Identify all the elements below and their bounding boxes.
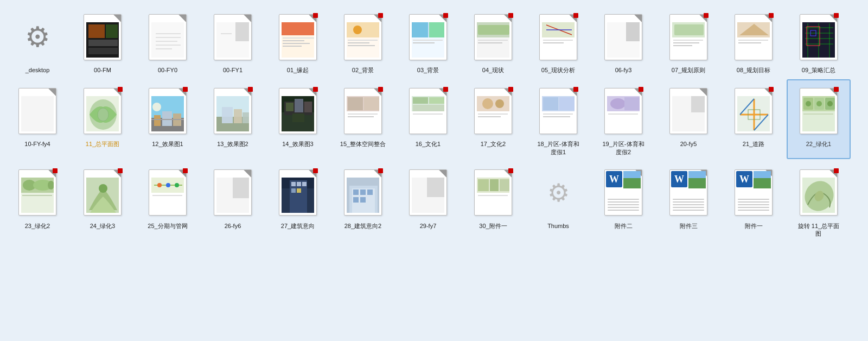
svg-rect-152 <box>233 178 249 198</box>
file-label: 旋转 11_总平面图 <box>798 222 839 238</box>
svg-rect-80 <box>234 109 242 123</box>
svg-rect-44 <box>626 22 640 41</box>
svg-rect-105 <box>478 113 508 115</box>
svg-rect-18 <box>283 43 310 44</box>
svg-rect-97 <box>413 97 428 104</box>
file-item[interactable]: 28_建筑意向2 <box>331 161 395 241</box>
file-item[interactable]: 14_效果图3 <box>266 79 330 159</box>
file-icon <box>599 10 648 64</box>
file-item[interactable]: 29-fy7 <box>396 161 460 241</box>
file-label: _desktop <box>25 66 50 74</box>
svg-rect-159 <box>291 188 296 193</box>
file-item[interactable]: 21_道路 <box>722 79 786 159</box>
svg-rect-9 <box>156 45 181 46</box>
file-label: 26-fy6 <box>225 222 241 230</box>
svg-rect-5 <box>151 22 184 58</box>
svg-rect-34 <box>478 25 509 35</box>
file-label: 02_背景 <box>352 66 374 74</box>
file-item[interactable]: 08_规划目标 <box>722 5 786 77</box>
file-item[interactable]: ⚙Thumbs <box>526 161 590 241</box>
svg-rect-29 <box>412 22 444 37</box>
svg-point-133 <box>827 101 833 106</box>
file-item[interactable]: W附件一 <box>722 161 786 241</box>
file-item[interactable]: 13_效果图2 <box>201 79 265 159</box>
file-label: 04_现状 <box>482 66 504 74</box>
file-label: 附件二 <box>615 222 633 230</box>
file-item[interactable]: 05_现状分析 <box>526 5 590 77</box>
file-item[interactable]: 22_绿化1 <box>787 79 851 159</box>
svg-rect-6 <box>156 33 181 34</box>
file-label: 10-FY-fy4 <box>24 140 50 148</box>
svg-rect-54 <box>738 40 768 41</box>
file-label: 21_道路 <box>743 140 764 148</box>
svg-rect-165 <box>360 190 366 195</box>
svg-rect-55 <box>738 42 761 43</box>
file-item[interactable]: 07_规划原则 <box>656 5 720 77</box>
file-item[interactable]: 26-fy6 <box>201 161 265 241</box>
svg-rect-1 <box>88 24 105 38</box>
file-item[interactable]: 09_策略汇总 <box>787 5 851 77</box>
file-item[interactable]: 27_建筑意向 <box>266 161 330 241</box>
file-icon: ⚙ <box>13 10 62 64</box>
file-label: 12_效果图1 <box>152 140 183 148</box>
file-item[interactable]: 24_绿化3 <box>71 161 135 241</box>
file-item[interactable]: ⚙_desktop <box>5 5 69 77</box>
file-item[interactable]: 00-FY1 <box>201 5 265 77</box>
file-item[interactable]: 20-fy5 <box>656 79 720 159</box>
file-item[interactable]: 30_附件一 <box>461 161 525 241</box>
file-item[interactable]: 00-FM <box>71 5 135 77</box>
file-item[interactable]: 23_绿化2 <box>5 161 69 241</box>
file-icon <box>404 10 452 64</box>
file-item[interactable]: 04_现状 <box>461 5 525 77</box>
svg-rect-99 <box>413 105 444 111</box>
file-item[interactable]: 15_整体空间整合 <box>331 79 395 159</box>
file-label: 01_缘起 <box>287 66 309 74</box>
file-label: 09_策略汇总 <box>802 66 835 74</box>
svg-rect-158 <box>302 182 307 186</box>
svg-rect-47 <box>674 24 704 35</box>
file-label: 13_效果图2 <box>217 140 248 148</box>
file-item[interactable]: 01_缘起 <box>266 5 330 77</box>
svg-rect-117 <box>608 113 638 115</box>
file-item[interactable]: 02_背景 <box>331 5 395 77</box>
svg-rect-21 <box>347 22 379 37</box>
file-item[interactable]: 10-FY-fy4 <box>5 79 69 159</box>
file-label: 16_文化1 <box>416 140 441 148</box>
svg-rect-109 <box>543 97 558 110</box>
svg-point-104 <box>495 99 504 108</box>
file-icon <box>208 166 257 220</box>
svg-rect-174 <box>490 179 499 191</box>
file-item[interactable]: 旋转 11_总平面图 <box>787 161 851 241</box>
svg-point-147 <box>157 183 162 187</box>
svg-rect-19 <box>283 46 302 47</box>
file-label: 03_背景 <box>417 66 439 74</box>
file-item[interactable]: 12_效果图1 <box>136 79 200 159</box>
file-icon <box>208 84 257 138</box>
file-icon <box>404 166 452 220</box>
file-icon <box>273 10 322 64</box>
file-item[interactable]: 11_总平面图 <box>71 79 135 159</box>
svg-rect-119 <box>691 96 705 112</box>
svg-rect-93 <box>348 113 378 115</box>
svg-rect-98 <box>429 97 444 104</box>
svg-rect-111 <box>543 113 573 115</box>
file-item[interactable]: 25_分期与管网 <box>136 161 200 241</box>
svg-point-69 <box>98 108 108 121</box>
file-item[interactable]: 18_片区-体育和度假1 <box>526 79 590 159</box>
file-label: 00-FY0 <box>158 66 177 74</box>
file-label: 19_片区-体育和度假2 <box>602 140 644 156</box>
file-item[interactable]: 03_背景 <box>396 5 460 77</box>
svg-rect-30 <box>413 40 443 41</box>
svg-rect-134 <box>803 113 833 115</box>
file-item[interactable]: 00-FY0 <box>136 5 200 77</box>
file-label: 06-fy3 <box>615 66 632 74</box>
file-item[interactable]: 16_文化1 <box>396 79 460 159</box>
file-item[interactable]: 06-fy3 <box>591 5 655 77</box>
file-item[interactable]: W附件二 <box>591 161 655 241</box>
file-item[interactable]: W附件三 <box>656 161 720 241</box>
file-label: 00-FY1 <box>223 66 242 74</box>
file-icon <box>664 10 713 64</box>
file-item[interactable]: 19_片区-体育和度假2 <box>591 79 655 159</box>
file-icon <box>78 166 127 220</box>
file-item[interactable]: 17_文化2 <box>461 79 525 159</box>
